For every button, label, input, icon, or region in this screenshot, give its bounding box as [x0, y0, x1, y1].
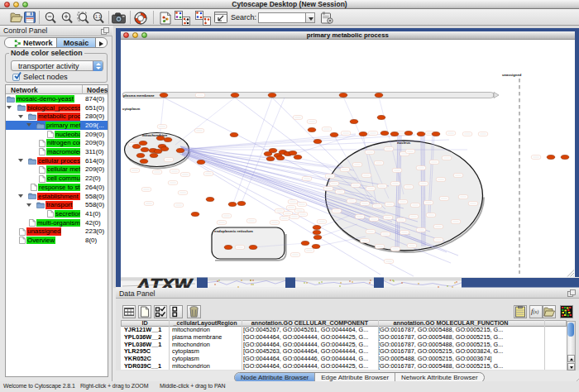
svg-text:unassigned: unassigned [502, 73, 522, 77]
svg-text:plasma membrane: plasma membrane [123, 93, 155, 98]
svg-text:1:1: 1:1 [95, 14, 101, 19]
svg-text:mitochondrion: mitochondrion [142, 133, 167, 137]
svg-text:ΛTXW: ΛTXW [136, 277, 194, 289]
svg-text:nucleus: nucleus [397, 141, 411, 145]
svg-text:endoplasmic reticulum: endoplasmic reticulum [214, 229, 253, 233]
svg-text:cytoplasm: cytoplasm [122, 107, 140, 111]
